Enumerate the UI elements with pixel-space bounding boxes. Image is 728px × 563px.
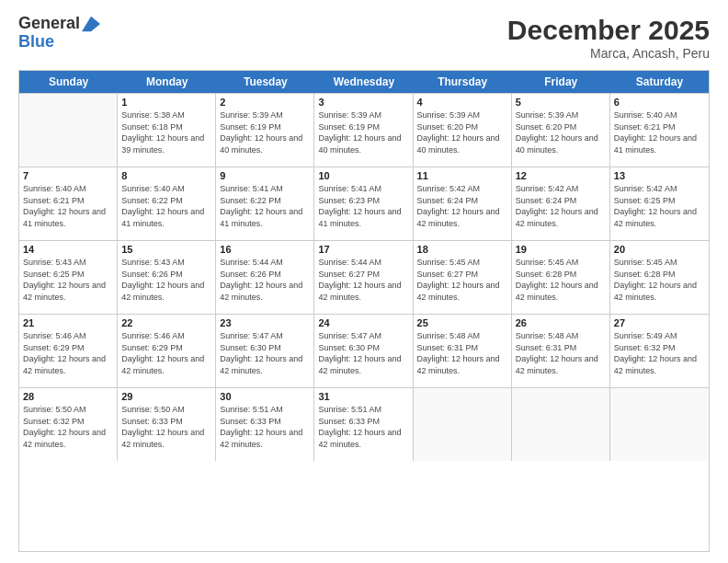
day-number: 20 [614,244,705,255]
calendar-cell: 7Sunrise: 5:40 AMSunset: 6:21 PMDaylight… [19,167,118,240]
logo-text-blue: Blue [18,32,54,51]
day-info: Sunrise: 5:43 AMSunset: 6:25 PMDaylight:… [23,257,113,303]
day-number: 27 [614,317,705,328]
calendar-cell: 13Sunrise: 5:42 AMSunset: 6:25 PMDayligh… [610,167,709,240]
day-info: Sunrise: 5:44 AMSunset: 6:26 PMDaylight:… [220,257,310,303]
day-number: 30 [220,391,310,402]
day-number: 24 [318,317,408,328]
calendar-cell: 9Sunrise: 5:41 AMSunset: 6:22 PMDaylight… [216,167,314,240]
calendar-cell: 10Sunrise: 5:41 AMSunset: 6:23 PMDayligh… [314,167,413,240]
day-number: 29 [121,391,211,402]
day-header-saturday: Saturday [610,71,709,93]
day-info: Sunrise: 5:47 AMSunset: 6:30 PMDaylight:… [318,330,408,376]
day-number: 5 [516,97,606,108]
svg-marker-0 [82,17,100,32]
day-number: 28 [23,391,113,402]
calendar-cell: 12Sunrise: 5:42 AMSunset: 6:24 PMDayligh… [512,167,610,240]
day-header-sunday: Sunday [19,71,118,93]
day-info: Sunrise: 5:44 AMSunset: 6:27 PMDaylight:… [318,257,408,303]
calendar-cell: 2Sunrise: 5:39 AMSunset: 6:19 PMDaylight… [216,94,314,167]
day-info: Sunrise: 5:51 AMSunset: 6:33 PMDaylight:… [318,404,408,450]
calendar-subtitle: Marca, Ancash, Peru [507,46,710,61]
day-number: 19 [516,244,606,255]
calendar-week-3: 14Sunrise: 5:43 AMSunset: 6:25 PMDayligh… [19,240,709,314]
calendar-header: SundayMondayTuesdayWednesdayThursdayFrid… [19,71,709,93]
calendar-cell: 14Sunrise: 5:43 AMSunset: 6:25 PMDayligh… [19,241,118,314]
calendar-cell: 31Sunrise: 5:51 AMSunset: 6:33 PMDayligh… [314,388,413,461]
day-number: 31 [318,391,408,402]
day-number: 10 [318,170,408,181]
calendar-cell: 3Sunrise: 5:39 AMSunset: 6:19 PMDaylight… [314,94,413,167]
day-number: 15 [121,244,211,255]
day-info: Sunrise: 5:39 AMSunset: 6:20 PMDaylight:… [417,109,507,155]
day-number: 18 [417,244,507,255]
day-info: Sunrise: 5:39 AMSunset: 6:19 PMDaylight:… [318,109,408,155]
calendar-cell: 1Sunrise: 5:38 AMSunset: 6:18 PMDaylight… [118,94,216,167]
calendar-cell: 24Sunrise: 5:47 AMSunset: 6:30 PMDayligh… [314,315,413,387]
day-info: Sunrise: 5:45 AMSunset: 6:28 PMDaylight:… [614,257,705,303]
day-info: Sunrise: 5:39 AMSunset: 6:19 PMDaylight:… [220,109,310,155]
day-number: 2 [220,97,310,108]
day-info: Sunrise: 5:41 AMSunset: 6:23 PMDaylight:… [318,183,408,229]
calendar-cell: 20Sunrise: 5:45 AMSunset: 6:28 PMDayligh… [610,241,709,314]
day-info: Sunrise: 5:48 AMSunset: 6:31 PMDaylight:… [417,330,507,376]
calendar-cell: 4Sunrise: 5:39 AMSunset: 6:20 PMDaylight… [414,94,512,167]
calendar-cell: 17Sunrise: 5:44 AMSunset: 6:27 PMDayligh… [314,241,413,314]
calendar-cell: 29Sunrise: 5:50 AMSunset: 6:33 PMDayligh… [118,388,216,461]
calendar-cell [414,388,512,461]
day-number: 6 [614,97,705,108]
day-info: Sunrise: 5:38 AMSunset: 6:18 PMDaylight:… [121,109,211,155]
calendar-cell: 21Sunrise: 5:46 AMSunset: 6:29 PMDayligh… [19,315,118,387]
calendar-cell [512,388,610,461]
day-number: 9 [220,170,310,181]
calendar-cell: 11Sunrise: 5:42 AMSunset: 6:24 PMDayligh… [414,167,512,240]
day-info: Sunrise: 5:47 AMSunset: 6:30 PMDaylight:… [220,330,310,376]
calendar-body: 1Sunrise: 5:38 AMSunset: 6:18 PMDaylight… [19,93,709,461]
day-info: Sunrise: 5:51 AMSunset: 6:33 PMDaylight:… [220,404,310,450]
day-info: Sunrise: 5:50 AMSunset: 6:32 PMDaylight:… [23,404,113,450]
day-info: Sunrise: 5:42 AMSunset: 6:24 PMDaylight:… [417,183,507,229]
day-info: Sunrise: 5:50 AMSunset: 6:33 PMDaylight:… [121,404,211,450]
day-info: Sunrise: 5:42 AMSunset: 6:25 PMDaylight:… [614,183,705,229]
day-number: 21 [23,317,113,328]
day-number: 4 [417,97,507,108]
header: General Blue December 2025 Marca, Ancash… [18,15,710,61]
logo-text-general: General [18,15,80,33]
day-info: Sunrise: 5:46 AMSunset: 6:29 PMDaylight:… [23,330,113,376]
page: General Blue December 2025 Marca, Ancash… [0,0,728,563]
logo-icon [82,15,100,33]
day-number: 1 [121,97,211,108]
day-info: Sunrise: 5:45 AMSunset: 6:27 PMDaylight:… [417,257,507,303]
day-number: 7 [23,170,113,181]
day-info: Sunrise: 5:49 AMSunset: 6:32 PMDaylight:… [614,330,705,376]
calendar-cell: 18Sunrise: 5:45 AMSunset: 6:27 PMDayligh… [414,241,512,314]
day-info: Sunrise: 5:42 AMSunset: 6:24 PMDaylight:… [516,183,606,229]
day-info: Sunrise: 5:45 AMSunset: 6:28 PMDaylight:… [516,257,606,303]
calendar-cell: 25Sunrise: 5:48 AMSunset: 6:31 PMDayligh… [414,315,512,387]
calendar-cell: 23Sunrise: 5:47 AMSunset: 6:30 PMDayligh… [216,315,314,387]
calendar-cell [610,388,709,461]
calendar-cell: 26Sunrise: 5:48 AMSunset: 6:31 PMDayligh… [512,315,610,387]
day-number: 26 [516,317,606,328]
day-number: 25 [417,317,507,328]
calendar-cell: 5Sunrise: 5:39 AMSunset: 6:20 PMDaylight… [512,94,610,167]
calendar-week-2: 7Sunrise: 5:40 AMSunset: 6:21 PMDaylight… [19,167,709,240]
calendar-title: December 2025 [507,15,710,46]
day-number: 11 [417,170,507,181]
calendar-week-4: 21Sunrise: 5:46 AMSunset: 6:29 PMDayligh… [19,314,709,387]
day-header-monday: Monday [118,71,216,93]
day-info: Sunrise: 5:43 AMSunset: 6:26 PMDaylight:… [121,257,211,303]
day-info: Sunrise: 5:48 AMSunset: 6:31 PMDaylight:… [516,330,606,376]
calendar-cell: 28Sunrise: 5:50 AMSunset: 6:32 PMDayligh… [19,388,118,461]
day-number: 17 [318,244,408,255]
day-number: 14 [23,244,113,255]
calendar-cell: 19Sunrise: 5:45 AMSunset: 6:28 PMDayligh… [512,241,610,314]
day-number: 12 [516,170,606,181]
day-header-friday: Friday [512,71,610,93]
day-info: Sunrise: 5:40 AMSunset: 6:21 PMDaylight:… [23,183,113,229]
day-number: 3 [318,97,408,108]
day-info: Sunrise: 5:40 AMSunset: 6:21 PMDaylight:… [614,109,705,155]
day-info: Sunrise: 5:40 AMSunset: 6:22 PMDaylight:… [121,183,211,229]
logo: General Blue [18,15,100,52]
calendar-cell: 16Sunrise: 5:44 AMSunset: 6:26 PMDayligh… [216,241,314,314]
